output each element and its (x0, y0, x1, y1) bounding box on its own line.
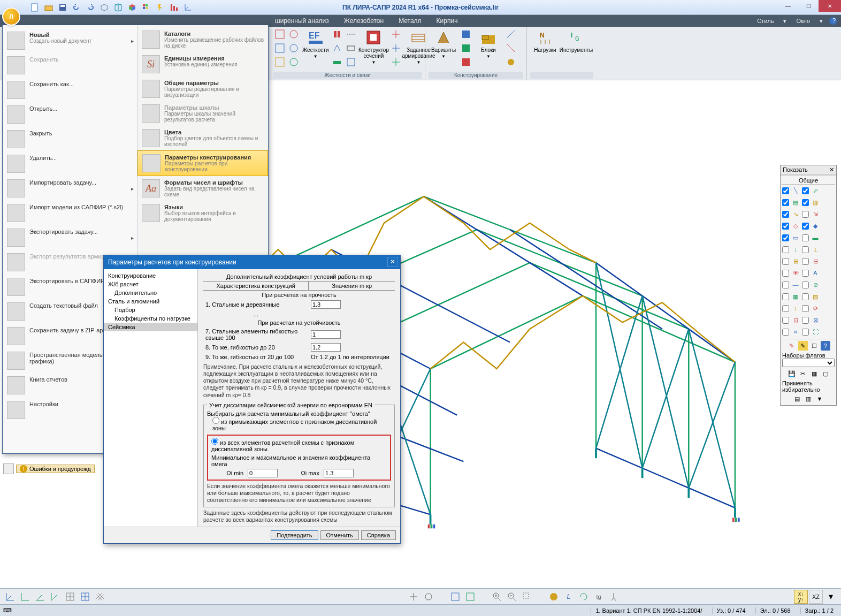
flag-icon[interactable]: ⛶ (811, 327, 820, 337)
flag-icon[interactable]: ⌗ (791, 327, 800, 337)
ribbon-tab[interactable]: ширенный анализ (272, 17, 332, 25)
flag-icon[interactable]: ⊟ (811, 256, 820, 266)
flag-icon[interactable]: ▬ (811, 233, 820, 242)
flag-checkbox[interactable] (802, 293, 809, 300)
ribbon-mini-btn[interactable] (331, 56, 343, 69)
flag-checkbox[interactable] (782, 246, 789, 253)
ribbon-mini-btn[interactable] (460, 42, 472, 55)
flag-checkbox[interactable] (802, 187, 809, 194)
clear-icon[interactable]: ▢ (821, 369, 830, 378)
pin-icon[interactable] (607, 590, 621, 604)
grid-icon[interactable] (63, 590, 77, 604)
ribbon-mini-btn[interactable] (331, 42, 343, 55)
ribbon-mini-btn[interactable] (504, 28, 517, 41)
app-menu-item[interactable]: Удалить... (3, 151, 137, 176)
L-icon[interactable]: L (562, 590, 576, 604)
flag-icon[interactable]: ⊡ (791, 315, 800, 325)
flag-checkbox[interactable] (782, 270, 789, 277)
omega-max-input[interactable] (324, 469, 354, 477)
help-icon[interactable]: ? (829, 17, 837, 25)
ribbon-mini-btn[interactable] (460, 28, 472, 41)
omega-min-input[interactable] (248, 469, 278, 477)
section-constructor-button[interactable]: Конструктор сечений▼ (358, 28, 388, 66)
flag-icon[interactable]: ▭ (791, 233, 800, 242)
mkr-value-1[interactable] (311, 300, 341, 309)
tree-item[interactable]: Подбор (104, 306, 197, 314)
flag-icon[interactable]: 👁 (791, 268, 800, 278)
chevron-icon[interactable]: ▾ (824, 590, 838, 604)
skewgrid-icon[interactable] (93, 590, 107, 604)
flag-checkbox[interactable] (782, 329, 789, 336)
ribbon-mini-btn[interactable] (504, 56, 517, 69)
ribbon-mini-btn[interactable] (345, 56, 357, 69)
ribbon-mini-btn[interactable] (504, 42, 517, 55)
warnings-tab[interactable]: !Ошибки и предупрежд (3, 463, 95, 474)
filter-funnel-icon[interactable]: ▼ (815, 394, 824, 404)
flag-icon[interactable]: A (811, 268, 820, 278)
ribbon-mini-btn[interactable] (389, 42, 402, 55)
ribbon-mini-btn[interactable] (460, 56, 472, 69)
tree-item[interactable]: Ж/б расчет (104, 280, 197, 288)
dialog-tree[interactable]: КонструированиеЖ/б расчетДополнительноСт… (104, 269, 198, 527)
settings-submenu-item[interactable]: Si Единицы измеренияУстановка единиц изм… (137, 52, 268, 77)
tree-item[interactable]: Дополнительно (104, 288, 197, 297)
flag-checkbox[interactable] (802, 317, 809, 324)
app-menu-item[interactable]: Сохранить как... (3, 78, 137, 102)
confirm-button[interactable]: Подтвердить (271, 530, 318, 540)
flag-checkbox[interactable] (782, 258, 789, 265)
flag-checkbox[interactable] (782, 305, 789, 312)
frame-icon[interactable] (448, 590, 462, 604)
app-menu-item[interactable]: Экспортировать задачу... ▸ (3, 225, 137, 250)
flag-icon[interactable]: ▤ (791, 197, 800, 207)
tree-item[interactable]: Коэффициенты по нагрузке (104, 314, 197, 323)
flag-checkbox[interactable] (802, 234, 809, 241)
tool-icon[interactable]: ☐ (809, 341, 819, 351)
settings-submenu-item[interactable]: Aa Форматы чисел и шрифтыЗадать вид пред… (137, 176, 268, 201)
axes-icon[interactable] (3, 590, 17, 604)
flag-icon[interactable]: ▥ (811, 197, 820, 207)
rotate-icon[interactable] (422, 590, 435, 604)
help-icon[interactable]: ? (821, 341, 830, 351)
flag-icon[interactable]: ▦ (791, 292, 800, 301)
help-button[interactable]: Справка (361, 530, 396, 540)
tool-icon[interactable]: ✎ (798, 341, 808, 351)
plane-xy-icon[interactable] (18, 590, 32, 604)
app-menu-item[interactable]: Закрыть (3, 127, 137, 151)
zoom-out-icon[interactable] (505, 590, 519, 604)
ribbon-tab[interactable]: Кирпич (433, 17, 461, 25)
show-panel[interactable]: Показать✕ Общие ╲⬀▤▥↘⇲◇◆▭▬↓⟂⊞⊟👁A—⊘▦▧↕⟳⊡⊠… (780, 165, 837, 406)
tools-button[interactable]: IGИнструменты (561, 28, 591, 54)
flag-checkbox[interactable] (782, 317, 789, 324)
close-button[interactable]: ✕ (819, 0, 841, 12)
variants-button[interactable]: Варианты▼ (429, 28, 458, 60)
flag-icon[interactable]: ↘ (791, 209, 800, 219)
ribbon-mini-btn[interactable] (389, 28, 402, 41)
flag-icon[interactable]: ⊞ (791, 256, 800, 266)
flag-checkbox[interactable] (802, 223, 809, 230)
ribbon-mini-btn[interactable] (287, 28, 300, 41)
tree-item[interactable]: Сейсмика (104, 323, 197, 331)
close-icon[interactable]: ✕ (829, 166, 834, 173)
app-menu-item[interactable]: НовыйСоздать новый документ ▸ (3, 28, 137, 53)
settings-submenu-item[interactable]: Параметры конструированияПараметры расче… (137, 150, 268, 176)
ribbon-mini-btn[interactable] (287, 56, 300, 69)
minimize-button[interactable]: — (778, 0, 798, 12)
flag-icon[interactable]: ╲ (791, 186, 800, 195)
flag-checkbox[interactable] (802, 258, 809, 265)
ribbon-mini-btn[interactable] (287, 42, 300, 55)
mkr-value-8[interactable] (311, 343, 341, 352)
tool-icon[interactable]: ✎ (787, 341, 797, 351)
ribbon-mini-btn[interactable] (273, 28, 286, 41)
plane-xz-icon[interactable] (33, 590, 47, 604)
app-menu-item[interactable]: Импортировать задачу... ▸ (3, 176, 137, 201)
frame2-icon[interactable] (463, 590, 477, 604)
app-menu-item[interactable]: Импорт модели из САПФИР (*.s2l) (3, 201, 137, 225)
radio-option-1[interactable]: из примыкающих элементов с признаком дис… (212, 417, 391, 431)
loads-button[interactable]: NНагрузки (530, 28, 560, 54)
cancel-button[interactable]: Отменить (320, 530, 359, 540)
apply-icon[interactable]: ▦ (809, 369, 819, 378)
flag-checkbox[interactable] (802, 282, 809, 288)
flag-checkbox[interactable] (802, 270, 809, 277)
flag-icon[interactable]: ⊠ (811, 315, 820, 325)
axis-x-icon[interactable]: x↓y↑ (794, 590, 808, 604)
